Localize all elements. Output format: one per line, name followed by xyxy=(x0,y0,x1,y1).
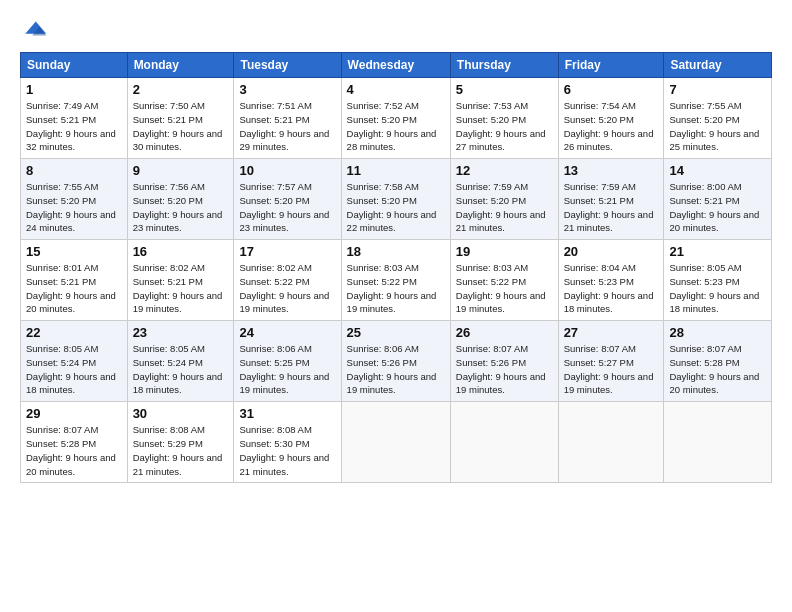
day-info: Sunrise: 7:54 AMSunset: 5:20 PMDaylight:… xyxy=(564,99,659,154)
day-header-saturday: Saturday xyxy=(664,53,772,78)
calendar-week-row: 15Sunrise: 8:01 AMSunset: 5:21 PMDayligh… xyxy=(21,240,772,321)
day-info: Sunrise: 7:51 AMSunset: 5:21 PMDaylight:… xyxy=(239,99,335,154)
day-info: Sunrise: 7:53 AMSunset: 5:20 PMDaylight:… xyxy=(456,99,553,154)
day-info: Sunrise: 7:55 AMSunset: 5:20 PMDaylight:… xyxy=(669,99,766,154)
day-number: 18 xyxy=(347,244,445,259)
day-number: 1 xyxy=(26,82,122,97)
day-info: Sunrise: 8:05 AMSunset: 5:24 PMDaylight:… xyxy=(133,342,229,397)
calendar-cell xyxy=(558,402,664,483)
day-number: 2 xyxy=(133,82,229,97)
calendar-cell: 28Sunrise: 8:07 AMSunset: 5:28 PMDayligh… xyxy=(664,321,772,402)
calendar-cell: 27Sunrise: 8:07 AMSunset: 5:27 PMDayligh… xyxy=(558,321,664,402)
day-info: Sunrise: 7:59 AMSunset: 5:21 PMDaylight:… xyxy=(564,180,659,235)
calendar-cell: 12Sunrise: 7:59 AMSunset: 5:20 PMDayligh… xyxy=(450,159,558,240)
day-header-tuesday: Tuesday xyxy=(234,53,341,78)
calendar-cell: 3Sunrise: 7:51 AMSunset: 5:21 PMDaylight… xyxy=(234,78,341,159)
calendar-cell: 9Sunrise: 7:56 AMSunset: 5:20 PMDaylight… xyxy=(127,159,234,240)
day-header-monday: Monday xyxy=(127,53,234,78)
day-info: Sunrise: 8:06 AMSunset: 5:25 PMDaylight:… xyxy=(239,342,335,397)
day-info: Sunrise: 8:05 AMSunset: 5:23 PMDaylight:… xyxy=(669,261,766,316)
calendar-week-row: 29Sunrise: 8:07 AMSunset: 5:28 PMDayligh… xyxy=(21,402,772,483)
day-info: Sunrise: 8:03 AMSunset: 5:22 PMDaylight:… xyxy=(456,261,553,316)
day-number: 19 xyxy=(456,244,553,259)
calendar-cell: 21Sunrise: 8:05 AMSunset: 5:23 PMDayligh… xyxy=(664,240,772,321)
calendar-cell: 4Sunrise: 7:52 AMSunset: 5:20 PMDaylight… xyxy=(341,78,450,159)
day-info: Sunrise: 8:01 AMSunset: 5:21 PMDaylight:… xyxy=(26,261,122,316)
calendar-cell xyxy=(341,402,450,483)
day-number: 27 xyxy=(564,325,659,340)
day-info: Sunrise: 8:03 AMSunset: 5:22 PMDaylight:… xyxy=(347,261,445,316)
day-number: 3 xyxy=(239,82,335,97)
calendar-cell: 20Sunrise: 8:04 AMSunset: 5:23 PMDayligh… xyxy=(558,240,664,321)
day-number: 28 xyxy=(669,325,766,340)
calendar-cell: 30Sunrise: 8:08 AMSunset: 5:29 PMDayligh… xyxy=(127,402,234,483)
day-header-sunday: Sunday xyxy=(21,53,128,78)
calendar-cell: 25Sunrise: 8:06 AMSunset: 5:26 PMDayligh… xyxy=(341,321,450,402)
day-number: 24 xyxy=(239,325,335,340)
calendar-table: SundayMondayTuesdayWednesdayThursdayFrid… xyxy=(20,52,772,483)
day-number: 16 xyxy=(133,244,229,259)
calendar-cell: 22Sunrise: 8:05 AMSunset: 5:24 PMDayligh… xyxy=(21,321,128,402)
logo xyxy=(20,18,52,46)
day-info: Sunrise: 8:05 AMSunset: 5:24 PMDaylight:… xyxy=(26,342,122,397)
day-number: 26 xyxy=(456,325,553,340)
day-header-friday: Friday xyxy=(558,53,664,78)
day-info: Sunrise: 7:49 AMSunset: 5:21 PMDaylight:… xyxy=(26,99,122,154)
day-number: 22 xyxy=(26,325,122,340)
day-number: 23 xyxy=(133,325,229,340)
calendar-cell: 29Sunrise: 8:07 AMSunset: 5:28 PMDayligh… xyxy=(21,402,128,483)
day-info: Sunrise: 7:58 AMSunset: 5:20 PMDaylight:… xyxy=(347,180,445,235)
day-number: 11 xyxy=(347,163,445,178)
day-info: Sunrise: 8:02 AMSunset: 5:22 PMDaylight:… xyxy=(239,261,335,316)
calendar-cell: 19Sunrise: 8:03 AMSunset: 5:22 PMDayligh… xyxy=(450,240,558,321)
day-number: 13 xyxy=(564,163,659,178)
calendar-cell: 7Sunrise: 7:55 AMSunset: 5:20 PMDaylight… xyxy=(664,78,772,159)
calendar-cell: 15Sunrise: 8:01 AMSunset: 5:21 PMDayligh… xyxy=(21,240,128,321)
day-info: Sunrise: 8:07 AMSunset: 5:28 PMDaylight:… xyxy=(26,423,122,478)
calendar-cell: 1Sunrise: 7:49 AMSunset: 5:21 PMDaylight… xyxy=(21,78,128,159)
day-number: 8 xyxy=(26,163,122,178)
calendar-cell: 5Sunrise: 7:53 AMSunset: 5:20 PMDaylight… xyxy=(450,78,558,159)
day-info: Sunrise: 8:08 AMSunset: 5:30 PMDaylight:… xyxy=(239,423,335,478)
day-info: Sunrise: 7:55 AMSunset: 5:20 PMDaylight:… xyxy=(26,180,122,235)
calendar-cell: 16Sunrise: 8:02 AMSunset: 5:21 PMDayligh… xyxy=(127,240,234,321)
day-info: Sunrise: 8:04 AMSunset: 5:23 PMDaylight:… xyxy=(564,261,659,316)
calendar-cell: 26Sunrise: 8:07 AMSunset: 5:26 PMDayligh… xyxy=(450,321,558,402)
calendar-week-row: 8Sunrise: 7:55 AMSunset: 5:20 PMDaylight… xyxy=(21,159,772,240)
calendar-cell: 14Sunrise: 8:00 AMSunset: 5:21 PMDayligh… xyxy=(664,159,772,240)
calendar-cell: 2Sunrise: 7:50 AMSunset: 5:21 PMDaylight… xyxy=(127,78,234,159)
day-number: 30 xyxy=(133,406,229,421)
day-number: 7 xyxy=(669,82,766,97)
calendar-cell: 17Sunrise: 8:02 AMSunset: 5:22 PMDayligh… xyxy=(234,240,341,321)
calendar-cell: 24Sunrise: 8:06 AMSunset: 5:25 PMDayligh… xyxy=(234,321,341,402)
calendar-cell: 23Sunrise: 8:05 AMSunset: 5:24 PMDayligh… xyxy=(127,321,234,402)
day-number: 12 xyxy=(456,163,553,178)
day-number: 21 xyxy=(669,244,766,259)
day-number: 15 xyxy=(26,244,122,259)
day-number: 10 xyxy=(239,163,335,178)
day-number: 14 xyxy=(669,163,766,178)
day-info: Sunrise: 8:07 AMSunset: 5:28 PMDaylight:… xyxy=(669,342,766,397)
day-info: Sunrise: 7:50 AMSunset: 5:21 PMDaylight:… xyxy=(133,99,229,154)
calendar-cell: 8Sunrise: 7:55 AMSunset: 5:20 PMDaylight… xyxy=(21,159,128,240)
calendar-cell: 31Sunrise: 8:08 AMSunset: 5:30 PMDayligh… xyxy=(234,402,341,483)
page: SundayMondayTuesdayWednesdayThursdayFrid… xyxy=(0,0,792,612)
day-info: Sunrise: 7:57 AMSunset: 5:20 PMDaylight:… xyxy=(239,180,335,235)
day-number: 6 xyxy=(564,82,659,97)
day-info: Sunrise: 8:07 AMSunset: 5:27 PMDaylight:… xyxy=(564,342,659,397)
day-info: Sunrise: 8:02 AMSunset: 5:21 PMDaylight:… xyxy=(133,261,229,316)
calendar-cell: 18Sunrise: 8:03 AMSunset: 5:22 PMDayligh… xyxy=(341,240,450,321)
day-number: 29 xyxy=(26,406,122,421)
day-header-wednesday: Wednesday xyxy=(341,53,450,78)
day-number: 20 xyxy=(564,244,659,259)
day-number: 4 xyxy=(347,82,445,97)
day-number: 17 xyxy=(239,244,335,259)
calendar-cell: 10Sunrise: 7:57 AMSunset: 5:20 PMDayligh… xyxy=(234,159,341,240)
calendar-cell: 11Sunrise: 7:58 AMSunset: 5:20 PMDayligh… xyxy=(341,159,450,240)
day-info: Sunrise: 7:56 AMSunset: 5:20 PMDaylight:… xyxy=(133,180,229,235)
day-info: Sunrise: 7:59 AMSunset: 5:20 PMDaylight:… xyxy=(456,180,553,235)
calendar-header-row: SundayMondayTuesdayWednesdayThursdayFrid… xyxy=(21,53,772,78)
calendar-week-row: 22Sunrise: 8:05 AMSunset: 5:24 PMDayligh… xyxy=(21,321,772,402)
day-info: Sunrise: 8:08 AMSunset: 5:29 PMDaylight:… xyxy=(133,423,229,478)
day-info: Sunrise: 8:07 AMSunset: 5:26 PMDaylight:… xyxy=(456,342,553,397)
